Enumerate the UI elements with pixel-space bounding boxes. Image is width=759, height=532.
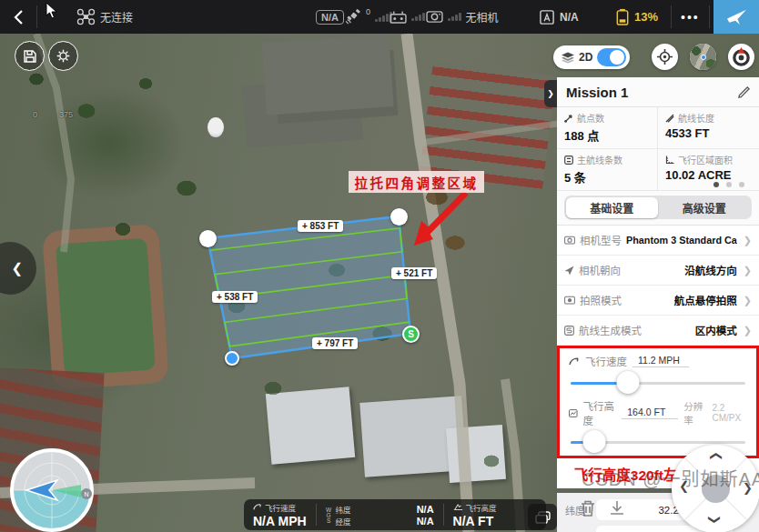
compass-icon [731,46,752,67]
top-status-bar: 无连接 N/A 0 无相 [0,0,759,34]
speed-value-field[interactable]: 11.2 MPH [632,355,689,367]
area-ruler-icon [665,156,674,165]
row-photo-mode[interactable]: 拍照模式 航点悬停拍照 ❯ [557,286,759,316]
chevron-right-icon: ❯ [547,89,554,98]
app-root: S + 853 FT + 521 FT + 538 FT + 797 FT 拉托… [0,0,759,532]
stats-pagination-dots[interactable] [713,182,744,187]
nudge-down-icon[interactable]: ❯ [708,515,722,525]
delete-mission-icon[interactable] [580,499,596,517]
airplane-icon [726,7,747,26]
battery-icon [615,8,630,25]
minimap-location-dot [701,55,706,60]
gear-icon [56,48,71,64]
route-start-marker[interactable]: S [402,326,420,343]
crosshair-icon [656,48,673,65]
save-mission-button[interactable] [15,41,45,71]
tab-advanced-settings[interactable]: 高级设置 [658,197,751,218]
altitude-value-field[interactable]: 164.0 FT [622,407,678,419]
flight-mode-badge: N/A [316,0,344,34]
row-camera-heading[interactable]: 相机朝向 沿航线方向 ❯ [557,256,759,286]
camera-signal-status: 无相机 [426,0,499,34]
map-scale: 0375 [33,110,73,119]
ellipsis-icon: ••• [681,10,700,25]
main-lines-icon [564,156,573,165]
row-camera-model[interactable]: 相机型号 Phantom 3 Standard Camera ❯ [557,226,759,256]
tutorial-arrow [414,193,466,246]
waypoint-icon [564,114,573,123]
polygon-corner-handle-top-left[interactable] [199,230,217,247]
back-chevron-icon [14,9,24,25]
camera-model-icon [564,236,575,245]
chevron-right-icon: ❯ [744,295,752,306]
route-length-icon [665,114,674,123]
speed-slider-row: 飞行速度 11.2 MPH [560,348,756,396]
camera-signal-bars [448,13,461,21]
satellite-icon [345,9,361,25]
chevron-left-icon: ❮ [11,260,23,276]
polygon-corner-handle-top-right[interactable] [390,208,408,226]
nudge-up-icon[interactable]: ❯ [708,451,722,461]
more-menu-button[interactable]: ••• [681,0,700,34]
chevron-right-icon: ❯ [744,265,752,276]
gps-status: 0 [345,0,392,34]
layers-icon [562,52,574,64]
battery-status[interactable]: 13% [615,0,658,34]
chevron-right-icon: ❯ [744,235,752,246]
distance-label-top: + 853 FT [298,220,343,232]
minimap-button[interactable] [690,44,716,70]
connection-status-label: 无连接 [100,9,133,25]
altitude-slider-thumb[interactable] [583,430,606,453]
telemetry-altitude: 飞行高度 N/A FT [444,499,506,530]
row-route-mode[interactable]: 航线生成模式 区内模式 ❯ [557,316,759,346]
fly-button[interactable] [713,0,759,34]
tutorial-annotation: 拉托四角调整区域 [349,171,484,193]
photo-mode-icon [564,296,575,305]
map-settings-button[interactable] [48,41,78,71]
telemetry-gps: WGS 纬度N/A 经度N/A [317,499,443,530]
speed-slider[interactable] [569,371,747,395]
edit-pencil-icon[interactable] [738,86,750,98]
tab-basic-settings[interactable]: 基础设置 [566,197,659,218]
attitude-indicator: N [10,448,94,532]
watermark: CSDN @一别如斯AA [582,465,759,491]
remote-controller-icon [390,10,407,24]
highlighted-sliders-box: 飞行速度 11.2 MPH 飞行高度 164.0 FT 分辨率 2.2 CM/P… [557,346,759,458]
camera-status-label: 无相机 [466,9,499,25]
map-2d-toggle[interactable] [597,48,626,66]
camera-icon [426,10,443,24]
battery-percent: 13% [634,10,658,24]
polygon-corner-handle-bottom-left[interactable] [225,351,239,366]
save-icon [23,49,37,64]
compass-button[interactable] [728,44,754,70]
satellite-count: 0 [366,7,370,16]
longitude-label: 经度 [565,529,596,532]
stat-route-length: 航线长度 4533 FT [658,107,759,149]
download-mission-icon[interactable] [609,499,625,517]
distance-label-bottom: + 797 FT [312,337,358,349]
speed-slider-thumb[interactable] [616,371,639,394]
mouse-cursor [46,2,57,19]
map-mode-label: 2D [579,51,592,64]
distance-label-left: + 538 FT [212,291,258,303]
stat-waypoints: 航点数 188 点 [557,107,658,149]
checklist-icon [539,9,555,25]
rc-signal-bars [411,13,425,21]
speed-icon [253,503,262,511]
panel-expand-tab[interactable]: ❯ [544,80,557,107]
settings-tabs: 基础设置 高级设置 [557,191,759,226]
heading-icon [564,266,574,276]
map-mode-pill[interactable]: 2D [553,45,630,69]
mission-title: Mission 1 [566,85,628,100]
speed-icon [569,356,580,366]
checklist-value: N/A [560,11,579,24]
mission-stats: 航点数 188 点 航线长度 4533 FT 主航线条数 5 条 飞行区域面积 … [557,107,759,191]
altitude-icon [569,408,578,418]
altitude-glyph-icon [453,503,463,511]
aircraft-status: 无连接 [76,0,133,34]
checklist-status[interactable]: N/A [539,0,579,34]
route-mode-icon [564,326,574,336]
back-button[interactable] [0,0,36,34]
distance-label-right: + 521 FT [391,267,437,279]
rc-status [390,0,425,34]
locate-me-button[interactable] [652,44,678,70]
